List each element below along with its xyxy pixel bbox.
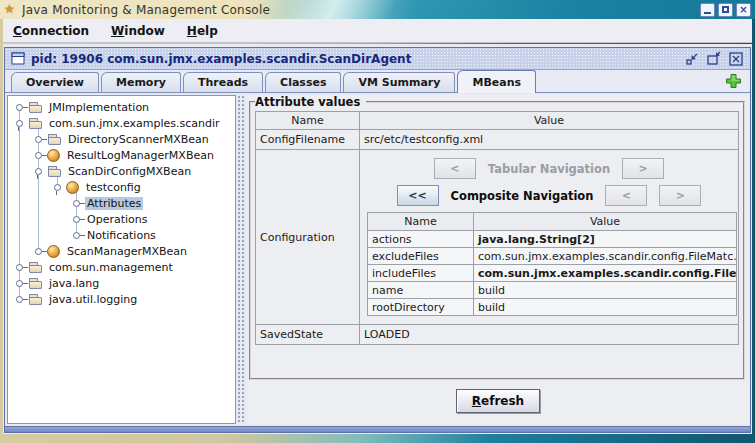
cfg-value[interactable]: build — [474, 282, 737, 299]
tree-expanded-handle-icon[interactable] — [14, 116, 28, 130]
frame-maximize-icon[interactable] — [706, 51, 722, 67]
tab-vm-summary[interactable]: VM Summary — [343, 72, 455, 92]
cfg-value[interactable]: com.sun.jmx.examples.scandir.config.File… — [474, 265, 737, 282]
tree-item-scandirconfig[interactable]: ScanDirConfigMXBean — [8, 163, 235, 179]
tree-collapsed-handle-icon[interactable] — [33, 244, 47, 258]
table-row: rootDirectory build — [368, 299, 737, 316]
tree-expanded-handle-icon[interactable] — [52, 180, 66, 194]
attribute-values-title: Attribute values — [255, 95, 366, 109]
tab-overview[interactable]: Overview — [11, 72, 99, 92]
folder-icon — [28, 261, 43, 274]
attributes-panel: Attribute values Name Value ConfigFilena… — [247, 95, 749, 424]
table-row: ConfigFilename src/etc/testconfig.xml — [256, 130, 739, 150]
attr-name: Configuration — [256, 150, 360, 325]
composite-first-button[interactable]: << — [397, 185, 439, 206]
cfg-value[interactable]: java.lang.String[2] — [474, 231, 737, 248]
composite-next-button: > — [659, 185, 701, 206]
tree-item-label: JMImplementation — [47, 101, 151, 114]
attr-composite-value: < Tabular Navigation > << Composite Navi… — [360, 150, 739, 325]
tree-collapsed-handle-icon[interactable] — [14, 276, 28, 290]
cfg-name: name — [368, 282, 474, 299]
attr-value[interactable]: src/etc/testconfig.xml — [360, 130, 739, 150]
tree-item-directoryscanner[interactable]: DirectoryScannerMXBean — [8, 131, 235, 147]
frame-iconify-icon[interactable] — [684, 51, 700, 67]
menu-window[interactable]: Window — [111, 24, 165, 38]
tree-collapsed-handle-icon[interactable] — [14, 260, 28, 274]
tabular-next-button: > — [622, 158, 664, 179]
tab-mbeans[interactable]: MBeans — [457, 70, 536, 93]
attr-value[interactable]: LOADED — [360, 325, 739, 345]
menu-connection-rest: onnection — [22, 24, 89, 38]
tree-collapsed-handle-icon[interactable] — [33, 132, 47, 146]
tree-item-label: Notifications — [85, 229, 158, 242]
mbean-icon — [66, 181, 79, 194]
menu-help[interactable]: Help — [187, 24, 218, 38]
tab-classes[interactable]: Classes — [265, 72, 341, 92]
configuration-table: Name Value actions java.lang.String[2] e… — [367, 212, 737, 316]
tree-item-label: testconfig — [84, 181, 143, 194]
table-row: Configuration < Tabular Navigation > << … — [256, 150, 739, 325]
tree-item-testconfig[interactable]: testconfig — [8, 179, 235, 195]
tree-item-label: java.util.logging — [47, 293, 139, 306]
frame-title: pid: 19906 com.sun.jmx.examples.scandir.… — [31, 52, 678, 66]
cfg-name: rootDirectory — [368, 299, 474, 316]
cfg-value[interactable]: build — [474, 299, 737, 316]
tree-collapsed-handle-icon[interactable] — [14, 100, 28, 114]
tabular-navigation: < Tabular Navigation > — [364, 158, 734, 179]
tree-item-jmimplementation[interactable]: JMImplementation — [8, 99, 235, 115]
mbean-icon — [47, 149, 60, 162]
menu-window-mnemonic: W — [111, 24, 124, 38]
attr-col-name: Name — [256, 112, 360, 130]
app-star-icon: ★ — [4, 3, 17, 16]
tab-bar: Overview Memory Threads Classes VM Summa… — [5, 70, 750, 93]
tab-threads[interactable]: Threads — [183, 72, 263, 92]
cfg-name: includeFiles — [368, 265, 474, 282]
mbean-tree-panel: JMImplementation com.sun.jmx.examples.sc… — [7, 95, 236, 424]
refresh-mnemonic: R — [472, 394, 481, 408]
cfg-value[interactable]: com.sun.jmx.examples.scandir.config.File… — [474, 248, 737, 265]
window-maximize-icon[interactable] — [718, 3, 733, 17]
tree-item-notifications[interactable]: Notifications — [8, 227, 235, 243]
tree-item-scandir-domain[interactable]: com.sun.jmx.examples.scandir — [8, 115, 235, 131]
folder-icon — [28, 117, 43, 130]
tree-item-label: ScanManagerMXBean — [65, 245, 189, 258]
tree-item-resultlogmanager[interactable]: ResultLogManagerMXBean — [8, 147, 235, 163]
frame-close-icon[interactable] — [728, 51, 744, 67]
cfg-name: actions — [368, 231, 474, 248]
tree-item-java-util-logging[interactable]: java.util.logging — [8, 291, 235, 307]
tree-collapsed-handle-icon[interactable] — [14, 292, 28, 306]
menubar: Connection Window Help — [3, 19, 752, 43]
frame-bottom-border — [5, 426, 750, 432]
tab-memory[interactable]: Memory — [101, 72, 181, 92]
tree-item-operations[interactable]: Operations — [8, 211, 235, 227]
menu-window-rest: indow — [124, 24, 165, 38]
tree-item-label: com.sun.management — [47, 261, 175, 274]
mbean-icon — [47, 245, 60, 258]
menu-connection-mnemonic: C — [13, 24, 22, 38]
tree-leaf-handle-icon — [71, 228, 85, 242]
window-minimize-icon[interactable] — [700, 3, 715, 17]
mbean-tree: JMImplementation com.sun.jmx.examples.sc… — [8, 96, 235, 307]
folder-icon — [28, 277, 43, 290]
tree-item-scanmanager[interactable]: ScanManagerMXBean — [8, 243, 235, 259]
refresh-row: Refresh — [247, 389, 749, 413]
tree-item-attributes[interactable]: Attributes — [8, 195, 235, 211]
window-title: Java Monitoring & Management Console — [22, 3, 695, 17]
tree-item-label: Operations — [85, 213, 149, 226]
splitpane-divider[interactable] — [237, 95, 246, 424]
tree-collapsed-handle-icon[interactable] — [33, 148, 47, 162]
tree-item-java-lang[interactable]: java.lang — [8, 275, 235, 291]
composite-prev-button: < — [605, 185, 647, 206]
table-row: excludeFiles com.sun.jmx.examples.scandi… — [368, 248, 737, 265]
attr-name: SavedState — [256, 325, 360, 345]
folder-icon — [47, 165, 62, 178]
refresh-button[interactable]: Refresh — [456, 389, 540, 413]
app-window: ★ Java Monitoring & Management Console ×… — [0, 0, 755, 443]
tree-leaf-handle-icon — [71, 212, 85, 226]
tree-item-com-sun-management[interactable]: com.sun.management — [8, 259, 235, 275]
menu-connection[interactable]: Connection — [13, 24, 89, 38]
window-close-icon[interactable]: × — [736, 3, 751, 17]
composite-navigation: << Composite Navigation < > — [364, 185, 734, 206]
tree-item-label: com.sun.jmx.examples.scandir — [47, 117, 222, 130]
tree-expanded-handle-icon[interactable] — [33, 164, 47, 178]
